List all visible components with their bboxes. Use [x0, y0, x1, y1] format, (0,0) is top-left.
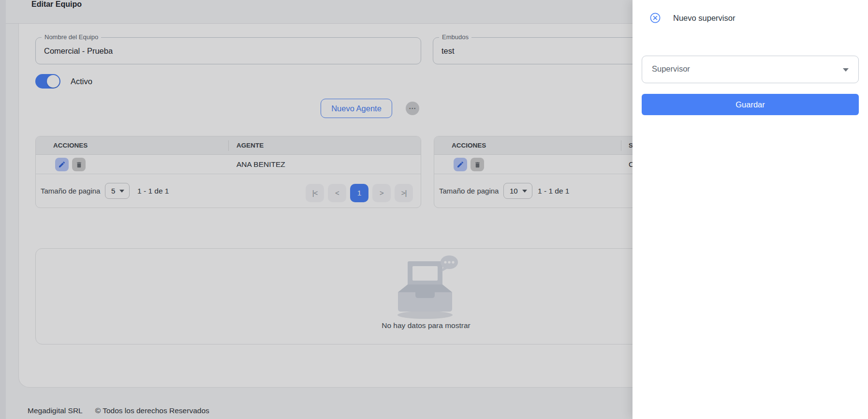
drawer-title: Nuevo supervisor [673, 13, 735, 23]
supervisor-select[interactable]: Supervisor [642, 56, 859, 83]
close-icon [650, 13, 661, 23]
close-drawer-button[interactable] [650, 13, 661, 23]
supervisor-select-label: Supervisor [652, 64, 690, 74]
caret-down-icon [843, 68, 849, 72]
new-supervisor-drawer: Nuevo supervisor Supervisor Guardar [633, 0, 868, 419]
save-button[interactable]: Guardar [642, 94, 859, 115]
